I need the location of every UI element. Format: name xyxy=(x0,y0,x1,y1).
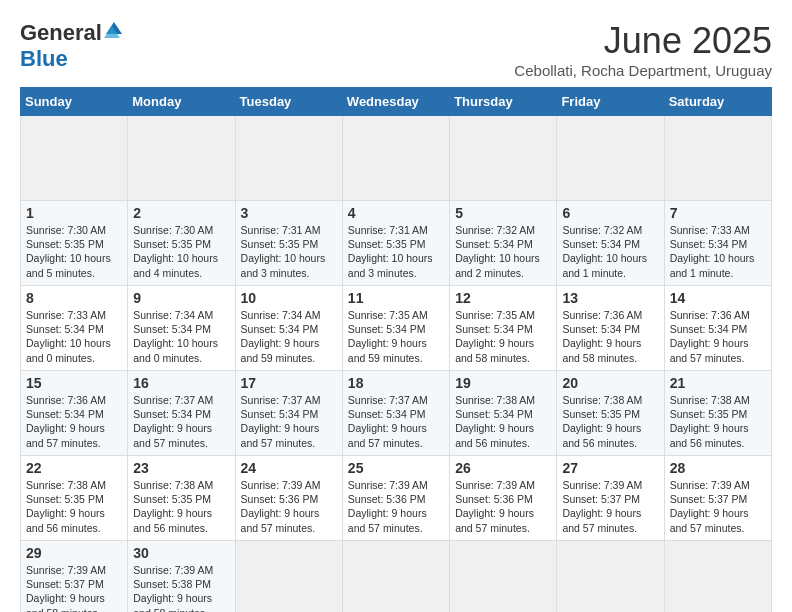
day-number: 25 xyxy=(348,460,444,476)
day-info-line: Sunrise: 7:30 AM xyxy=(133,223,229,237)
day-info-line: Sunset: 5:34 PM xyxy=(133,407,229,421)
day-number: 2 xyxy=(133,205,229,221)
calendar-cell: 10Sunrise: 7:34 AMSunset: 5:34 PMDayligh… xyxy=(235,286,342,371)
day-info-line: and 4 minutes. xyxy=(133,266,229,280)
day-info-line: Daylight: 9 hours xyxy=(241,506,337,520)
day-number: 22 xyxy=(26,460,122,476)
day-number: 14 xyxy=(670,290,766,306)
calendar-cell: 21Sunrise: 7:38 AMSunset: 5:35 PMDayligh… xyxy=(664,371,771,456)
logo-blue-text: Blue xyxy=(20,46,68,72)
calendar-week-row: 1Sunrise: 7:30 AMSunset: 5:35 PMDaylight… xyxy=(21,201,772,286)
day-info-line: Daylight: 10 hours xyxy=(26,251,122,265)
day-info-line: and 3 minutes. xyxy=(348,266,444,280)
calendar-cell: 24Sunrise: 7:39 AMSunset: 5:36 PMDayligh… xyxy=(235,456,342,541)
day-info-line: Sunrise: 7:30 AM xyxy=(26,223,122,237)
day-info-line: Sunset: 5:34 PM xyxy=(241,322,337,336)
day-number: 6 xyxy=(562,205,658,221)
weekday-header-saturday: Saturday xyxy=(664,88,771,116)
day-info-line: and 58 minutes. xyxy=(455,351,551,365)
weekday-header-friday: Friday xyxy=(557,88,664,116)
day-info-line: Sunset: 5:34 PM xyxy=(455,407,551,421)
day-info-line: Sunset: 5:36 PM xyxy=(455,492,551,506)
calendar-cell xyxy=(450,116,557,201)
day-info-line: Sunset: 5:37 PM xyxy=(670,492,766,506)
day-number: 28 xyxy=(670,460,766,476)
calendar-cell: 4Sunrise: 7:31 AMSunset: 5:35 PMDaylight… xyxy=(342,201,449,286)
calendar-week-row xyxy=(21,116,772,201)
calendar-cell: 9Sunrise: 7:34 AMSunset: 5:34 PMDaylight… xyxy=(128,286,235,371)
day-info-line: Sunset: 5:34 PM xyxy=(26,322,122,336)
day-info-line: Sunrise: 7:37 AM xyxy=(348,393,444,407)
calendar-week-row: 22Sunrise: 7:38 AMSunset: 5:35 PMDayligh… xyxy=(21,456,772,541)
day-info-line: Sunrise: 7:39 AM xyxy=(26,563,122,577)
day-info-line: Sunset: 5:35 PM xyxy=(26,237,122,251)
calendar-cell xyxy=(664,541,771,613)
weekday-header-monday: Monday xyxy=(128,88,235,116)
calendar-cell xyxy=(557,541,664,613)
day-info-line: Sunrise: 7:31 AM xyxy=(241,223,337,237)
day-info-line: Daylight: 9 hours xyxy=(26,591,122,605)
day-info-line: Daylight: 9 hours xyxy=(241,336,337,350)
calendar-cell xyxy=(450,541,557,613)
day-number: 23 xyxy=(133,460,229,476)
day-info-line: Daylight: 9 hours xyxy=(455,421,551,435)
day-info-line: Daylight: 9 hours xyxy=(26,506,122,520)
day-number: 24 xyxy=(241,460,337,476)
calendar-week-row: 15Sunrise: 7:36 AMSunset: 5:34 PMDayligh… xyxy=(21,371,772,456)
calendar-cell: 23Sunrise: 7:38 AMSunset: 5:35 PMDayligh… xyxy=(128,456,235,541)
logo-general-text: General xyxy=(20,20,102,46)
weekday-header-wednesday: Wednesday xyxy=(342,88,449,116)
day-number: 8 xyxy=(26,290,122,306)
calendar-week-row: 8Sunrise: 7:33 AMSunset: 5:34 PMDaylight… xyxy=(21,286,772,371)
day-info-line: Sunrise: 7:38 AM xyxy=(455,393,551,407)
calendar-cell: 8Sunrise: 7:33 AMSunset: 5:34 PMDaylight… xyxy=(21,286,128,371)
day-info-line: Sunrise: 7:31 AM xyxy=(348,223,444,237)
day-info-line: Daylight: 10 hours xyxy=(241,251,337,265)
day-info-line: Daylight: 9 hours xyxy=(562,421,658,435)
day-info-line: and 56 minutes. xyxy=(562,436,658,450)
day-number: 11 xyxy=(348,290,444,306)
calendar-cell xyxy=(21,116,128,201)
day-info-line: Sunset: 5:35 PM xyxy=(133,492,229,506)
day-info-line: and 58 minutes. xyxy=(26,606,122,612)
calendar-cell xyxy=(235,116,342,201)
day-info-line: Sunset: 5:34 PM xyxy=(455,322,551,336)
day-info-line: Sunrise: 7:39 AM xyxy=(348,478,444,492)
day-info-line: Sunset: 5:35 PM xyxy=(348,237,444,251)
calendar-body: 1Sunrise: 7:30 AMSunset: 5:35 PMDaylight… xyxy=(21,116,772,613)
day-info-line: Daylight: 9 hours xyxy=(455,506,551,520)
day-info-line: Daylight: 9 hours xyxy=(670,336,766,350)
calendar-cell: 20Sunrise: 7:38 AMSunset: 5:35 PMDayligh… xyxy=(557,371,664,456)
day-info-line: Sunrise: 7:36 AM xyxy=(562,308,658,322)
day-info-line: and 1 minute. xyxy=(562,266,658,280)
header: General Blue June 2025 Cebollati, Rocha … xyxy=(20,20,772,79)
calendar-cell xyxy=(557,116,664,201)
day-info-line: Sunset: 5:34 PM xyxy=(133,322,229,336)
day-info-line: Sunset: 5:34 PM xyxy=(26,407,122,421)
day-info-line: Sunset: 5:35 PM xyxy=(26,492,122,506)
day-info-line: Daylight: 9 hours xyxy=(670,421,766,435)
day-info-line: Sunrise: 7:39 AM xyxy=(670,478,766,492)
calendar-cell xyxy=(342,116,449,201)
day-info-line: and 5 minutes. xyxy=(26,266,122,280)
day-info-line: Sunset: 5:34 PM xyxy=(562,322,658,336)
calendar-cell: 15Sunrise: 7:36 AMSunset: 5:34 PMDayligh… xyxy=(21,371,128,456)
day-info-line: Sunset: 5:35 PM xyxy=(133,237,229,251)
day-info-line: and 0 minutes. xyxy=(26,351,122,365)
day-info-line: Daylight: 9 hours xyxy=(26,421,122,435)
day-info-line: Sunset: 5:34 PM xyxy=(455,237,551,251)
calendar-cell xyxy=(128,116,235,201)
calendar-cell: 26Sunrise: 7:39 AMSunset: 5:36 PMDayligh… xyxy=(450,456,557,541)
day-info-line: and 56 minutes. xyxy=(455,436,551,450)
day-info-line: and 0 minutes. xyxy=(133,351,229,365)
day-number: 17 xyxy=(241,375,337,391)
weekday-header-thursday: Thursday xyxy=(450,88,557,116)
calendar-cell: 19Sunrise: 7:38 AMSunset: 5:34 PMDayligh… xyxy=(450,371,557,456)
day-info-line: Sunrise: 7:35 AM xyxy=(455,308,551,322)
day-info-line: Sunrise: 7:37 AM xyxy=(133,393,229,407)
day-number: 1 xyxy=(26,205,122,221)
day-info-line: and 56 minutes. xyxy=(133,521,229,535)
logo-icon xyxy=(104,20,122,38)
calendar-cell: 2Sunrise: 7:30 AMSunset: 5:35 PMDaylight… xyxy=(128,201,235,286)
month-title: June 2025 xyxy=(514,20,772,62)
